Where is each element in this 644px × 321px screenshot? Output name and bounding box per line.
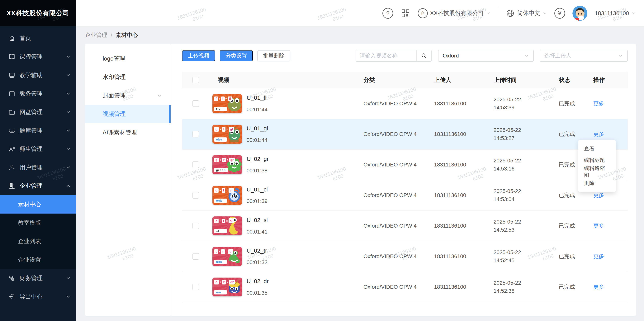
search-button[interactable] xyxy=(416,50,432,62)
sidebar-item-teaching-assist[interactable]: 教学辅助 xyxy=(0,66,76,84)
chevron-down-icon xyxy=(486,11,491,16)
video-title: U_02_sl xyxy=(246,217,268,223)
menu-item-delete[interactable]: 删除 xyxy=(578,178,616,189)
video-thumbnail[interactable]: c+l=cl ock xyxy=(212,186,242,205)
submenu-item-enterprise-settings[interactable]: 企业设置 xyxy=(0,250,76,269)
video-duration: 00:01:44 xyxy=(246,137,268,143)
chevron-down-icon xyxy=(66,109,71,115)
status-badge: 已完成 xyxy=(557,100,592,107)
upload-video-button[interactable]: 上传视频 xyxy=(182,50,215,61)
row-checkbox[interactable] xyxy=(192,100,199,107)
row-checkbox[interactable] xyxy=(192,192,199,199)
material-menu-item-video[interactable]: 视频管理 xyxy=(85,105,170,123)
company-logo: XX科技股份有限公司 xyxy=(0,0,76,26)
submenu-item-classroom-template[interactable]: 教室模版 xyxy=(0,214,76,232)
company-switcher[interactable]: 企 XX科技股份有限公司 xyxy=(418,8,491,18)
chevron-down-icon xyxy=(66,72,71,78)
sidebar-item-courses[interactable]: 课程管理 xyxy=(0,48,76,66)
language-selector[interactable]: 简体中文 xyxy=(506,9,547,18)
row-checkbox[interactable] xyxy=(192,284,199,290)
video-duration: 00:01:41 xyxy=(246,229,268,235)
material-center-card: logo管理 水印管理 封面管理 视频管理 AI课素材管理 上传视频 分类设置 … xyxy=(85,44,636,316)
video-duration: 00:01:35 xyxy=(246,290,269,296)
video-category: Oxford/VIDEO OPW 4 xyxy=(362,162,432,168)
video-duration: 00:01:38 xyxy=(246,168,269,174)
video-category: Oxford/VIDEO OPW 4 xyxy=(362,223,432,229)
topbar: ? 企 XX科技股份有限公司 简体中文 ¥ 1831113 xyxy=(76,0,644,26)
table-header: 视频 分类 上传人 上传时间 状态 操作 xyxy=(182,72,628,88)
video-search-input[interactable] xyxy=(356,50,416,62)
menu-item-view[interactable]: 查看 xyxy=(578,143,616,154)
more-actions-link[interactable]: 更多 xyxy=(593,284,604,290)
row-checkbox[interactable] xyxy=(192,131,199,137)
home-icon xyxy=(8,35,15,42)
batch-delete-button[interactable]: 批量删除 xyxy=(257,50,290,61)
sidebar-item-export-center[interactable]: 导出中心 xyxy=(0,287,76,306)
submenu-item-material-center[interactable]: 素材中心 xyxy=(0,195,76,214)
table-row: t+r=tr uck U_02_tr00:01:32 Oxford/VIDEO … xyxy=(182,241,628,272)
video-thumbnail[interactable]: g+l=gl obe xyxy=(212,125,242,143)
toolbar: 上传视频 分类设置 批量删除 Oxford 选择上传人 xyxy=(182,50,628,62)
help-icon[interactable]: ? xyxy=(382,8,393,19)
material-menu: logo管理 水印管理 封面管理 视频管理 AI课素材管理 xyxy=(85,44,170,142)
chevron-down-icon xyxy=(618,53,623,58)
video-duration: 00:01:44 xyxy=(246,106,268,113)
sidebar-item-teacher-student[interactable]: 师生管理 xyxy=(0,140,76,158)
material-menu-item-cover[interactable]: 封面管理 xyxy=(85,86,170,105)
building-icon xyxy=(8,183,15,189)
sidebar-item-academic[interactable]: 教务管理 xyxy=(0,84,76,103)
more-actions-link[interactable]: 更多 xyxy=(593,131,604,137)
row-checkbox[interactable] xyxy=(192,253,199,260)
video-duration: 00:01:39 xyxy=(246,198,268,204)
submenu-item-enterprise-list[interactable]: 企业列表 xyxy=(0,232,76,250)
uploader-filter-select[interactable]: 选择上传人 xyxy=(540,50,628,62)
folder-icon xyxy=(8,109,15,115)
table-row: g+r=gr green U_02_gr00:01:38 Oxford/VIDE… xyxy=(182,149,628,180)
row-checkbox[interactable] xyxy=(192,162,199,168)
category-settings-button[interactable]: 分类设置 xyxy=(220,50,253,61)
video-thumbnail[interactable]: f+l=fl fly xyxy=(212,94,242,113)
sidebar-item-home[interactable]: 首页 xyxy=(0,29,76,48)
avatar[interactable] xyxy=(572,6,588,21)
video-uploader: 18311136100 xyxy=(432,284,492,290)
currency-icon[interactable]: ¥ xyxy=(554,8,565,19)
video-category: Oxford/VIDEO OPW 4 xyxy=(362,253,432,259)
video-thumbnail[interactable]: t+r=tr uck xyxy=(212,247,242,266)
sidebar-item-users[interactable]: 用户管理 xyxy=(0,158,76,177)
sidebar-item-question-bank[interactable]: 题库管理 xyxy=(0,121,76,140)
more-actions-link[interactable]: 更多 xyxy=(593,253,604,259)
video-thumbnail[interactable]: s+l=sl sl xyxy=(212,216,242,235)
menu-item-edit-thumbnail[interactable]: 编辑略缩图 xyxy=(578,166,616,178)
globe-icon xyxy=(506,9,515,18)
status-badge: 已完成 xyxy=(557,283,592,291)
chevron-down-icon xyxy=(66,128,71,133)
video-thumbnail[interactable]: d+r=dr um xyxy=(212,278,242,296)
material-menu-item-ai-course[interactable]: AI课素材管理 xyxy=(85,123,170,142)
sidebar-item-finance[interactable]: 财务管理 xyxy=(0,269,76,287)
chevron-down-icon xyxy=(66,54,71,59)
chevron-up-icon xyxy=(66,183,71,189)
more-actions-link[interactable]: 更多 xyxy=(593,223,604,229)
row-checkbox[interactable] xyxy=(192,223,199,229)
breadcrumb-parent[interactable]: 企业管理 xyxy=(85,31,107,39)
menu-item-edit-title[interactable]: 编辑标题 xyxy=(578,154,616,166)
user-icon xyxy=(8,164,15,171)
user-menu[interactable]: 18311136100 xyxy=(595,10,636,17)
breadcrumb-separator: / xyxy=(111,32,112,39)
sidebar-item-enterprise[interactable]: 企业管理 xyxy=(0,177,76,195)
video-thumbnail[interactable]: g+r=gr green xyxy=(212,155,242,174)
more-actions-link[interactable]: 更多 xyxy=(593,100,604,106)
category-filter-select[interactable]: Oxford xyxy=(438,50,534,62)
video-category: Oxford/VIDEO OPW 4 xyxy=(362,192,432,198)
video-uploader: 18311136100 xyxy=(432,192,492,198)
enterprise-badge-icon: 企 xyxy=(418,8,428,18)
select-all-checkbox[interactable] xyxy=(192,77,199,83)
video-title: U_02_tr xyxy=(246,247,268,254)
qr-code-icon[interactable] xyxy=(400,8,410,18)
chevron-down-icon xyxy=(66,91,71,96)
more-actions-link[interactable]: 更多 xyxy=(593,192,604,198)
material-menu-item-logo[interactable]: logo管理 xyxy=(85,49,170,68)
material-menu-item-watermark[interactable]: 水印管理 xyxy=(85,68,170,86)
video-title: U_01_cl xyxy=(246,186,268,193)
sidebar-item-netdisk[interactable]: 网盘管理 xyxy=(0,103,76,121)
